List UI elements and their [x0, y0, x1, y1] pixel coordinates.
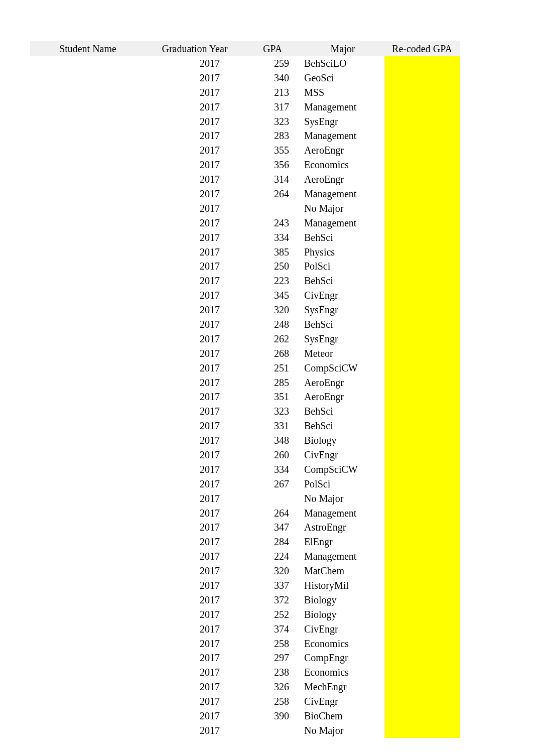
- table-row: 2017260CivEngr: [30, 448, 460, 462]
- cell-major: BehSci: [301, 419, 384, 433]
- cell-recoded-gpa: [384, 578, 460, 593]
- cell-major: CivEngr: [301, 622, 384, 637]
- cell-gpa: [244, 723, 301, 738]
- cell-gpa: 320: [244, 564, 301, 578]
- cell-student-name: [30, 651, 146, 666]
- cell-gpa: 285: [244, 375, 301, 390]
- table-row: 2017262SysEngr: [30, 332, 460, 346]
- cell-gpa: 345: [244, 288, 301, 303]
- cell-student-name: [30, 549, 146, 564]
- cell-gpa: 323: [244, 404, 301, 419]
- table-row: 2017267PolSci: [30, 477, 460, 491]
- cell-gpa: 340: [244, 71, 301, 85]
- cell-student-name: [30, 477, 146, 491]
- cell-major: Biology: [301, 433, 384, 448]
- cell-recoded-gpa: [384, 622, 460, 637]
- table-row: 2017347AstroEngr: [30, 521, 460, 535]
- cell-gpa: 264: [244, 506, 301, 521]
- table-row: 2017390BioChem: [30, 709, 460, 723]
- cell-recoded-gpa: [384, 709, 460, 723]
- cell-major: MSS: [301, 85, 384, 100]
- cell-major: Biology: [301, 593, 384, 607]
- header-graduation-year: Graduation Year: [146, 41, 244, 56]
- cell-gpa: 284: [244, 535, 301, 549]
- table-row: 2017285AeroEngr: [30, 375, 460, 390]
- student-table: Student Name Graduation Year GPA Major R…: [30, 41, 460, 738]
- cell-major: No Major: [301, 723, 384, 738]
- cell-recoded-gpa: [384, 245, 460, 260]
- cell-recoded-gpa: [384, 607, 460, 622]
- cell-recoded-gpa: [384, 694, 460, 709]
- cell-student-name: [30, 506, 146, 521]
- cell-major: CompSciCW: [301, 361, 384, 375]
- cell-gpa: 355: [244, 143, 301, 158]
- table-row: 2017264Management: [30, 506, 460, 521]
- cell-student-name: [30, 578, 146, 593]
- cell-student-name: [30, 723, 146, 738]
- cell-recoded-gpa: [384, 723, 460, 738]
- cell-student-name: [30, 317, 146, 332]
- cell-major: BioChem: [301, 709, 384, 723]
- table-row: 2017323SysEngr: [30, 114, 460, 129]
- cell-major: Meteor: [301, 346, 384, 361]
- table-row: 2017348Biology: [30, 433, 460, 448]
- cell-gpa: 268: [244, 346, 301, 361]
- cell-graduation-year: 2017: [146, 332, 244, 346]
- cell-recoded-gpa: [384, 491, 460, 506]
- cell-major: Economics: [301, 158, 384, 172]
- cell-major: Economics: [301, 665, 384, 680]
- cell-student-name: [30, 564, 146, 578]
- cell-major: MechEngr: [301, 680, 384, 694]
- cell-gpa: 224: [244, 549, 301, 564]
- cell-student-name: [30, 462, 146, 477]
- cell-graduation-year: 2017: [146, 593, 244, 607]
- cell-graduation-year: 2017: [146, 462, 244, 477]
- cell-gpa: [244, 201, 301, 216]
- cell-major: AeroEngr: [301, 375, 384, 390]
- table-row: 2017334CompSciCW: [30, 462, 460, 477]
- cell-major: AeroEngr: [301, 390, 384, 404]
- header-recoded-gpa: Re-coded GPA: [384, 41, 460, 56]
- table-row: 2017251CompSciCW: [30, 361, 460, 375]
- cell-graduation-year: 2017: [146, 129, 244, 143]
- cell-recoded-gpa: [384, 375, 460, 390]
- cell-graduation-year: 2017: [146, 578, 244, 593]
- table-row: 2017355AeroEngr: [30, 143, 460, 158]
- table-row: 2017283Management: [30, 129, 460, 143]
- cell-recoded-gpa: [384, 332, 460, 346]
- cell-gpa: 385: [244, 245, 301, 260]
- table-row: 2017No Major: [30, 723, 460, 738]
- table-row: 2017238Economics: [30, 665, 460, 680]
- cell-gpa: 347: [244, 521, 301, 535]
- cell-major: CompSciCW: [301, 462, 384, 477]
- cell-student-name: [30, 143, 146, 158]
- cell-student-name: [30, 129, 146, 143]
- table-row: 2017372Biology: [30, 593, 460, 607]
- header-row: Student Name Graduation Year GPA Major R…: [30, 41, 460, 56]
- cell-gpa: 243: [244, 216, 301, 230]
- cell-gpa: 297: [244, 651, 301, 666]
- cell-major: Management: [301, 187, 384, 201]
- cell-student-name: [30, 346, 146, 361]
- cell-major: AstroEngr: [301, 521, 384, 535]
- cell-recoded-gpa: [384, 535, 460, 549]
- cell-recoded-gpa: [384, 230, 460, 245]
- cell-major: PolSci: [301, 477, 384, 491]
- cell-gpa: 283: [244, 129, 301, 143]
- cell-graduation-year: 2017: [146, 607, 244, 622]
- table-row: 2017No Major: [30, 201, 460, 216]
- cell-major: Physics: [301, 245, 384, 260]
- table-row: 2017314AeroEngr: [30, 172, 460, 187]
- cell-recoded-gpa: [384, 172, 460, 187]
- cell-major: Economics: [301, 637, 384, 651]
- cell-graduation-year: 2017: [146, 694, 244, 709]
- cell-gpa: 238: [244, 665, 301, 680]
- cell-graduation-year: 2017: [146, 56, 244, 71]
- cell-student-name: [30, 259, 146, 274]
- table-row: 2017243Management: [30, 216, 460, 230]
- cell-student-name: [30, 114, 146, 129]
- cell-graduation-year: 2017: [146, 303, 244, 317]
- cell-student-name: [30, 404, 146, 419]
- table-row: 2017345CivEngr: [30, 288, 460, 303]
- table-row: 2017323BehSci: [30, 404, 460, 419]
